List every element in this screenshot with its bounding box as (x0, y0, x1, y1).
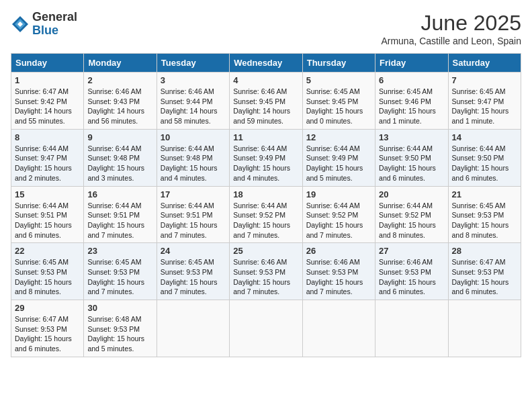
day-info: Sunrise: 6:46 AM Sunset: 9:53 PM Dayligh… (379, 257, 444, 297)
calendar-cell: 5Sunrise: 6:45 AM Sunset: 9:45 PM Daylig… (302, 73, 375, 130)
day-info: Sunrise: 6:47 AM Sunset: 9:53 PM Dayligh… (15, 314, 80, 354)
day-number: 16 (87, 189, 152, 199)
calendar-header-row: SundayMondayTuesdayWednesdayThursdayFrid… (11, 54, 521, 73)
calendar-cell (448, 300, 521, 357)
calendar-cell: 9Sunrise: 6:44 AM Sunset: 9:48 PM Daylig… (84, 129, 157, 186)
calendar-cell: 6Sunrise: 6:45 AM Sunset: 9:46 PM Daylig… (375, 73, 448, 130)
day-info: Sunrise: 6:44 AM Sunset: 9:49 PM Dayligh… (233, 144, 298, 183)
day-number: 11 (233, 132, 298, 142)
day-info: Sunrise: 6:46 AM Sunset: 9:53 PM Dayligh… (306, 257, 371, 297)
day-number: 9 (87, 132, 152, 142)
day-info: Sunrise: 6:45 AM Sunset: 9:53 PM Dayligh… (15, 257, 80, 297)
day-number: 13 (379, 132, 444, 142)
day-number: 28 (452, 246, 517, 256)
day-info: Sunrise: 6:48 AM Sunset: 9:53 PM Dayligh… (87, 314, 152, 354)
page-header: General Blue June 2025 Armuna, Castille … (11, 11, 521, 46)
calendar-cell: 4Sunrise: 6:46 AM Sunset: 9:45 PM Daylig… (230, 73, 302, 130)
logo-general-text: General (32, 10, 77, 24)
day-number: 20 (379, 189, 444, 199)
calendar-cell: 19Sunrise: 6:44 AM Sunset: 9:52 PM Dayli… (302, 186, 375, 243)
calendar-cell: 26Sunrise: 6:46 AM Sunset: 9:53 PM Dayli… (302, 243, 375, 300)
calendar-cell: 15Sunrise: 6:44 AM Sunset: 9:51 PM Dayli… (11, 186, 84, 243)
day-info: Sunrise: 6:45 AM Sunset: 9:45 PM Dayligh… (306, 87, 371, 126)
day-info: Sunrise: 6:46 AM Sunset: 9:45 PM Dayligh… (233, 87, 298, 126)
day-number: 3 (161, 75, 226, 85)
calendar-cell (302, 300, 375, 357)
calendar-cell: 24Sunrise: 6:45 AM Sunset: 9:53 PM Dayli… (157, 243, 229, 300)
calendar-cell (375, 300, 448, 357)
day-info: Sunrise: 6:44 AM Sunset: 9:48 PM Dayligh… (161, 144, 226, 183)
calendar-cell: 13Sunrise: 6:44 AM Sunset: 9:50 PM Dayli… (375, 129, 448, 186)
day-info: Sunrise: 6:45 AM Sunset: 9:47 PM Dayligh… (452, 87, 517, 126)
calendar-cell: 16Sunrise: 6:44 AM Sunset: 9:51 PM Dayli… (84, 186, 157, 243)
day-number: 6 (379, 75, 444, 85)
day-info: Sunrise: 6:47 AM Sunset: 9:42 PM Dayligh… (15, 87, 80, 126)
day-info: Sunrise: 6:44 AM Sunset: 9:51 PM Dayligh… (15, 201, 80, 240)
day-info: Sunrise: 6:44 AM Sunset: 9:51 PM Dayligh… (161, 201, 226, 240)
calendar-cell: 3Sunrise: 6:46 AM Sunset: 9:44 PM Daylig… (157, 73, 229, 130)
day-header-wednesday: Wednesday (230, 54, 302, 73)
calendar-week-row: 8Sunrise: 6:44 AM Sunset: 9:47 PM Daylig… (11, 129, 521, 186)
calendar-cell: 25Sunrise: 6:46 AM Sunset: 9:53 PM Dayli… (230, 243, 302, 300)
day-number: 30 (87, 303, 152, 313)
day-info: Sunrise: 6:47 AM Sunset: 9:53 PM Dayligh… (452, 257, 517, 297)
calendar-week-row: 29Sunrise: 6:47 AM Sunset: 9:53 PM Dayli… (11, 300, 521, 357)
calendar-cell: 23Sunrise: 6:45 AM Sunset: 9:53 PM Dayli… (84, 243, 157, 300)
day-number: 7 (452, 75, 517, 85)
day-info: Sunrise: 6:44 AM Sunset: 9:52 PM Dayligh… (233, 201, 298, 240)
day-number: 19 (306, 189, 371, 199)
day-info: Sunrise: 6:44 AM Sunset: 9:50 PM Dayligh… (452, 144, 517, 183)
calendar-cell: 14Sunrise: 6:44 AM Sunset: 9:50 PM Dayli… (448, 129, 521, 186)
month-title: June 2025 (381, 11, 521, 36)
calendar-cell: 27Sunrise: 6:46 AM Sunset: 9:53 PM Dayli… (375, 243, 448, 300)
calendar-cell: 21Sunrise: 6:45 AM Sunset: 9:53 PM Dayli… (448, 186, 521, 243)
day-number: 12 (306, 132, 371, 142)
calendar-cell: 20Sunrise: 6:44 AM Sunset: 9:52 PM Dayli… (375, 186, 448, 243)
day-info: Sunrise: 6:45 AM Sunset: 9:53 PM Dayligh… (452, 201, 517, 240)
day-number: 18 (233, 189, 298, 199)
day-header-thursday: Thursday (302, 54, 375, 73)
day-info: Sunrise: 6:44 AM Sunset: 9:50 PM Dayligh… (379, 144, 444, 183)
calendar-cell: 29Sunrise: 6:47 AM Sunset: 9:53 PM Dayli… (11, 300, 84, 357)
title-area: June 2025 Armuna, Castille and Leon, Spa… (381, 11, 521, 46)
calendar-cell: 12Sunrise: 6:44 AM Sunset: 9:49 PM Dayli… (302, 129, 375, 186)
day-number: 10 (161, 132, 226, 142)
day-number: 15 (15, 189, 80, 199)
day-number: 8 (15, 132, 80, 142)
calendar-week-row: 1Sunrise: 6:47 AM Sunset: 9:42 PM Daylig… (11, 73, 521, 130)
day-number: 24 (161, 246, 226, 256)
calendar-week-row: 22Sunrise: 6:45 AM Sunset: 9:53 PM Dayli… (11, 243, 521, 300)
calendar-table: SundayMondayTuesdayWednesdayThursdayFrid… (11, 53, 521, 357)
day-info: Sunrise: 6:44 AM Sunset: 9:52 PM Dayligh… (306, 201, 371, 240)
day-info: Sunrise: 6:46 AM Sunset: 9:43 PM Dayligh… (87, 87, 152, 126)
day-number: 22 (15, 246, 80, 256)
calendar-cell: 1Sunrise: 6:47 AM Sunset: 9:42 PM Daylig… (11, 73, 84, 130)
day-info: Sunrise: 6:46 AM Sunset: 9:53 PM Dayligh… (233, 257, 298, 297)
day-number: 2 (87, 75, 152, 85)
calendar-cell: 17Sunrise: 6:44 AM Sunset: 9:51 PM Dayli… (157, 186, 229, 243)
location-subtitle: Armuna, Castille and Leon, Spain (381, 36, 521, 46)
calendar-week-row: 15Sunrise: 6:44 AM Sunset: 9:51 PM Dayli… (11, 186, 521, 243)
calendar-cell: 10Sunrise: 6:44 AM Sunset: 9:48 PM Dayli… (157, 129, 229, 186)
day-number: 4 (233, 75, 298, 85)
calendar-cell: 11Sunrise: 6:44 AM Sunset: 9:49 PM Dayli… (230, 129, 302, 186)
day-number: 14 (452, 132, 517, 142)
day-number: 26 (306, 246, 371, 256)
logo-icon (11, 15, 30, 34)
day-info: Sunrise: 6:46 AM Sunset: 9:44 PM Dayligh… (161, 87, 226, 126)
logo-blue-text: Blue (32, 24, 58, 37)
logo: General Blue (11, 11, 77, 38)
calendar-cell (157, 300, 229, 357)
calendar-cell (230, 300, 302, 357)
day-number: 21 (452, 189, 517, 199)
calendar-cell: 30Sunrise: 6:48 AM Sunset: 9:53 PM Dayli… (84, 300, 157, 357)
day-header-tuesday: Tuesday (157, 54, 229, 73)
day-header-sunday: Sunday (11, 54, 84, 73)
day-info: Sunrise: 6:44 AM Sunset: 9:47 PM Dayligh… (15, 144, 80, 183)
day-number: 29 (15, 303, 80, 313)
day-number: 17 (161, 189, 226, 199)
calendar-cell: 7Sunrise: 6:45 AM Sunset: 9:47 PM Daylig… (448, 73, 521, 130)
day-number: 25 (233, 246, 298, 256)
calendar-cell: 8Sunrise: 6:44 AM Sunset: 9:47 PM Daylig… (11, 129, 84, 186)
day-number: 1 (15, 75, 80, 85)
